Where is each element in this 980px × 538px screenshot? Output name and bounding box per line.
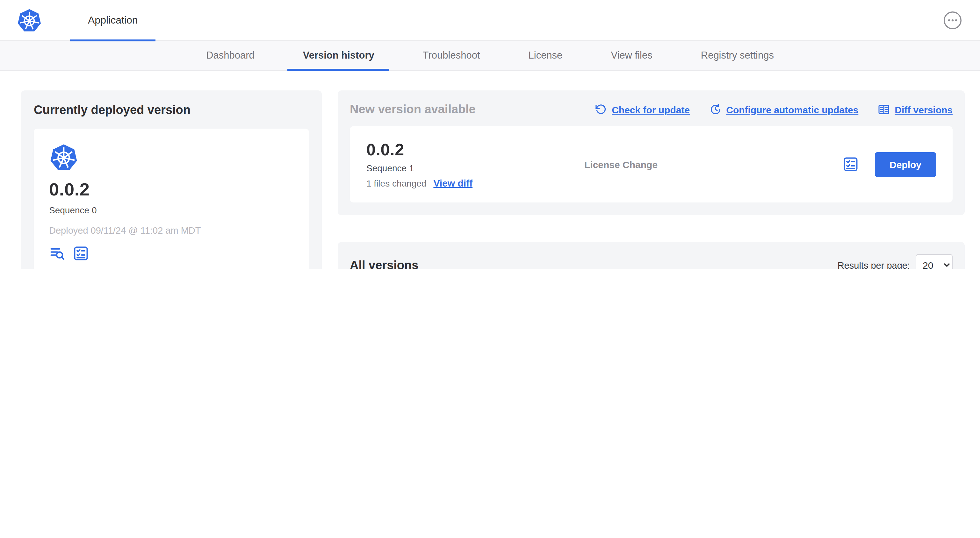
checklist-icon [842, 156, 859, 173]
overflow-menu-button[interactable] [942, 9, 963, 31]
section-nav: Dashboard Version history Troubleshoot L… [0, 41, 980, 71]
right-column: New version available Check for update C… [338, 90, 965, 269]
current-version-card: 0.0.2 Sequence 0 Deployed 09/11/24 @ 11:… [34, 129, 309, 269]
current-version-actions [49, 245, 294, 262]
version-number: 0.0.2 [366, 140, 584, 160]
logs-search-icon [49, 245, 66, 262]
tab-application[interactable]: Application [70, 0, 156, 40]
checklist-icon [73, 245, 89, 262]
configure-auto-updates-group: Configure automatic updates [709, 103, 858, 116]
nav-tab-label: Troubleshoot [423, 50, 480, 61]
view-logs-button[interactable] [49, 245, 66, 262]
new-version-row: 0.0.2 Sequence 1 1 files changed View di… [350, 126, 953, 203]
nav-tab-label: License [528, 50, 563, 61]
kubernetes-logo [17, 7, 42, 33]
nav-tab-label: Dashboard [206, 50, 255, 61]
results-per-page: Results per page: 20 [838, 254, 953, 269]
clock-refresh-icon [709, 103, 722, 116]
view-diff-link[interactable]: View diff [433, 178, 473, 189]
kubernetes-logo [49, 143, 294, 172]
check-for-update-link[interactable]: Check for update [612, 104, 690, 115]
currently-deployed-card: Currently deployed version 0.0.2 Sequenc… [21, 90, 322, 269]
configure-auto-updates-link[interactable]: Configure automatic updates [726, 104, 858, 115]
tab-application-label: Application [88, 14, 138, 26]
new-version-title: New version available [350, 103, 476, 116]
all-versions-title: All versions [350, 258, 418, 269]
diff-versions-group: Diff versions [877, 103, 953, 116]
nav-tab-label: Registry settings [701, 50, 774, 61]
nav-tab-view-files[interactable]: View files [595, 41, 667, 70]
current-deployed-date: Deployed 09/11/24 @ 11:02 am MDT [49, 225, 294, 236]
view-config-button[interactable] [73, 245, 89, 262]
nav-tab-license[interactable]: License [513, 41, 578, 70]
diff-columns-icon [877, 103, 890, 116]
deploy-button[interactable]: Deploy [875, 152, 936, 177]
new-version-panel: New version available Check for update C… [338, 90, 965, 215]
nav-tab-label: Version history [303, 50, 374, 61]
current-version-number: 0.0.2 [49, 179, 294, 200]
left-column: Currently deployed version 0.0.2 Sequenc… [21, 90, 322, 269]
view-config-button[interactable] [842, 156, 859, 173]
nav-tab-troubleshoot[interactable]: Troubleshoot [407, 41, 495, 70]
update-actions: Check for update Configure automatic upd… [595, 103, 953, 116]
version-type: License Change [584, 159, 830, 170]
results-per-page-label: Results per page: [838, 260, 910, 269]
diff-versions-link[interactable]: Diff versions [895, 104, 953, 115]
main-content: Currently deployed version 0.0.2 Sequenc… [0, 71, 980, 269]
nav-tab-dashboard[interactable]: Dashboard [191, 41, 270, 70]
currently-deployed-title: Currently deployed version [34, 103, 309, 117]
nav-tab-registry-settings[interactable]: Registry settings [686, 41, 789, 70]
nav-tab-label: View files [611, 50, 652, 61]
nav-tab-version-history[interactable]: Version history [288, 41, 390, 70]
ellipsis-icon [943, 11, 962, 30]
app-header: Application [0, 0, 980, 41]
results-per-page-select[interactable]: 20 [916, 254, 953, 269]
app-root: Application Dashboard Version history Tr… [0, 0, 980, 269]
files-changed-text: 1 files changed [366, 178, 426, 188]
all-versions-panel: All versions Results per page: 20 0.0.2 … [338, 242, 965, 269]
rotate-ccw-icon [595, 103, 607, 116]
current-sequence: Sequence 0 [49, 205, 294, 215]
check-for-update-group: Check for update [595, 103, 690, 116]
version-sequence: Sequence 1 [366, 163, 584, 173]
